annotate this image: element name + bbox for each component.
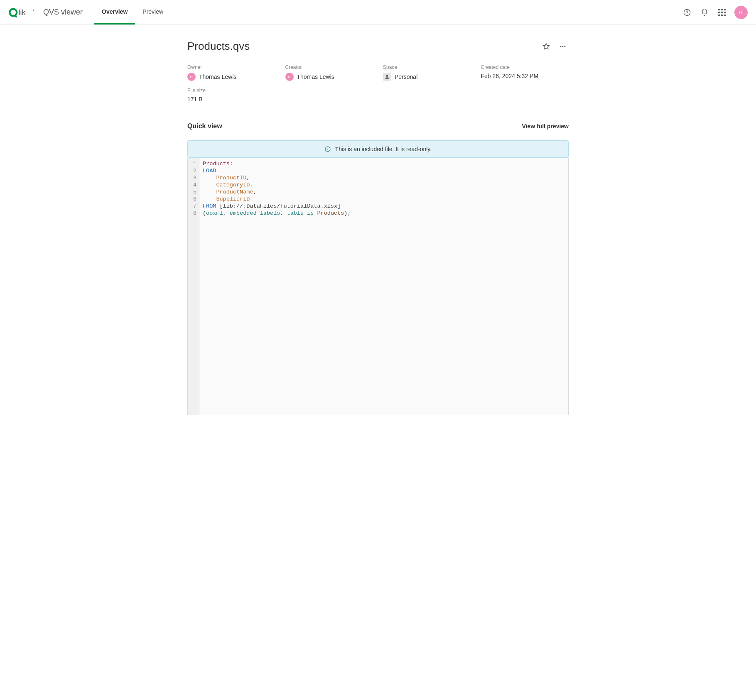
svg-point-7 <box>562 46 564 47</box>
user-avatar[interactable]: TL <box>734 6 748 19</box>
code-preview: 12345678 Products:LOAD ProductID, Catego… <box>187 158 569 415</box>
svg-point-9 <box>386 75 388 77</box>
meta-creator: Creator TL Thomas Lewis <box>285 64 373 81</box>
info-icon <box>324 146 331 152</box>
qlik-logo[interactable]: lik <box>8 7 36 18</box>
quickview-row: Quick view View full preview <box>187 122 569 130</box>
favorite-star-icon[interactable] <box>540 41 552 52</box>
svg-point-0 <box>10 9 17 16</box>
svg-point-8 <box>565 46 566 47</box>
svg-point-3 <box>33 9 34 10</box>
space-icon <box>383 73 391 81</box>
meta-created-date: Created date Feb 26, 2024 5:32 PM <box>481 64 569 81</box>
creator-avatar: TL <box>285 73 294 81</box>
tab-preview[interactable]: Preview <box>135 0 171 24</box>
meta-file-size: File size 171 B <box>187 88 275 103</box>
meta-space-label: Space <box>383 64 471 70</box>
meta-creator-label: Creator <box>285 64 373 70</box>
quickview-divider <box>187 136 569 136</box>
help-icon[interactable] <box>682 7 692 17</box>
readonly-info-banner: This is an included file. It is read-onl… <box>187 140 569 158</box>
meta-owner-label: Owner <box>187 64 275 70</box>
meta-owner: Owner TL Thomas Lewis <box>187 64 275 81</box>
created-date-value: Feb 26, 2024 5:32 PM <box>481 73 569 79</box>
creator-name: Thomas Lewis <box>297 73 334 80</box>
meta-space: Space Personal <box>383 64 471 81</box>
owner-avatar: TL <box>187 73 196 81</box>
tab-overview[interactable]: Overview <box>94 0 135 24</box>
notifications-icon[interactable] <box>700 7 709 17</box>
info-banner-text: This is an included file. It is read-onl… <box>335 146 432 152</box>
apps-grid-icon[interactable] <box>717 7 727 17</box>
topbar: lik QVS viewer Overview Preview TL <box>0 0 756 25</box>
quick-view-heading: Quick view <box>187 122 522 130</box>
meta-file-size-label: File size <box>187 88 275 93</box>
app-title: QVS viewer <box>43 8 83 17</box>
more-actions-icon[interactable] <box>557 41 569 52</box>
view-full-preview-link[interactable]: View full preview <box>522 123 569 130</box>
topbar-actions: TL <box>682 6 748 19</box>
code-gutter: 12345678 <box>188 158 199 415</box>
file-size-value: 171 B <box>187 96 275 103</box>
svg-point-6 <box>560 46 562 47</box>
meta-grid-row1: Owner TL Thomas Lewis Creator TL Thomas … <box>187 64 569 81</box>
title-row: Products.qvs <box>187 40 569 53</box>
tabs: Overview Preview <box>94 0 171 24</box>
svg-point-5 <box>687 14 687 14</box>
meta-grid-row2: File size 171 B <box>187 88 569 103</box>
space-name: Personal <box>395 73 417 80</box>
page-title: Products.qvs <box>187 40 540 53</box>
svg-text:lik: lik <box>19 8 26 17</box>
owner-name: Thomas Lewis <box>199 73 236 80</box>
svg-point-12 <box>327 148 328 148</box>
meta-created-date-label: Created date <box>481 64 569 70</box>
content: Products.qvs Owner TL Thomas Lewis Creat… <box>140 25 616 432</box>
code-body: Products:LOAD ProductID, CategoryID, Pro… <box>199 158 568 415</box>
